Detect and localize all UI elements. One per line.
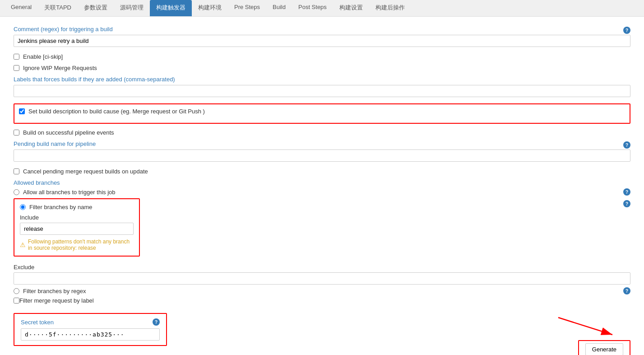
secret-token-input[interactable] <box>21 328 160 341</box>
filter-by-regex-help-icon[interactable]: ? <box>623 287 630 294</box>
labels-section: Labels that forces builds if they are ad… <box>14 76 630 97</box>
filter-by-name-row: Filter branches by name <box>20 204 134 210</box>
allow-all-help-icon[interactable]: ? <box>623 188 630 196</box>
tab-build[interactable]: Build <box>266 0 292 16</box>
filter-by-name-box: Filter branches by name Include ⚠ Follow… <box>14 198 140 257</box>
build-on-pipeline-checkbox[interactable] <box>14 130 19 135</box>
tab-source[interactable]: 源码管理 <box>114 0 150 16</box>
pending-build-section: Pending build name for pipeline ? <box>14 140 630 162</box>
generate-box: Generate <box>578 340 630 355</box>
filter-by-regex-label: Filter branches by regex <box>23 288 86 294</box>
tab-params[interactable]: 参数设置 <box>78 0 114 16</box>
enable-ciskip-row: Enable [ci-skip] <box>14 53 630 60</box>
include-label: Include <box>20 214 134 221</box>
secret-token-help-icon[interactable]: ? <box>153 318 160 326</box>
filter-by-name-label: Filter branches by name <box>29 204 92 210</box>
allow-all-row: Allow all branches to trigger this job <box>14 189 116 196</box>
ignore-wip-checkbox[interactable] <box>14 65 19 71</box>
build-on-pipeline-label: Build on successful pipeline events <box>23 129 114 136</box>
warning-message: Following patterns don't match any branc… <box>28 238 134 251</box>
filter-merge-checkbox[interactable] <box>14 298 19 304</box>
filter-by-name-radio[interactable] <box>20 204 26 210</box>
tab-general[interactable]: General <box>5 0 38 16</box>
ignore-wip-label: Ignore WIP Merge Requests <box>23 65 97 71</box>
bottom-row: Secret token ? Generate <box>14 313 630 355</box>
labels-label: Labels that forces builds if they are ad… <box>14 76 630 83</box>
build-on-pipeline-row: Build on successful pipeline events <box>14 129 630 136</box>
exclude-label: Exclude <box>14 264 630 271</box>
set-build-desc-row: Set build description to build cause (eg… <box>19 108 625 115</box>
allowed-branches-title: Allowed branches <box>14 179 60 186</box>
tab-tapd[interactable]: 关联TAPD <box>38 0 78 16</box>
filter-by-regex-row: Filter branches by regex <box>14 288 86 294</box>
tab-poststeps[interactable]: Post Steps <box>292 0 333 16</box>
allowed-branches-section: Allowed branches Allow all branches to t… <box>14 179 630 304</box>
set-build-desc-box: Set build description to build cause (eg… <box>14 103 630 124</box>
enable-ciskip-checkbox[interactable] <box>14 54 19 60</box>
generate-button[interactable]: Generate <box>585 343 623 355</box>
exclude-input[interactable] <box>14 272 630 285</box>
tab-postbuild[interactable]: 构建后操作 <box>369 0 411 16</box>
warning-row: ⚠ Following patterns don't match any bra… <box>20 238 134 251</box>
filter-by-name-help-icon[interactable]: ? <box>623 200 630 207</box>
comment-label: Comment (regex) for triggering a build <box>14 26 113 33</box>
warning-icon: ⚠ <box>20 241 26 248</box>
enable-ciskip-label: Enable [ci-skip] <box>23 53 63 60</box>
cancel-pending-checkbox[interactable] <box>14 168 19 174</box>
tab-presteps[interactable]: Pre Steps <box>228 0 266 16</box>
set-build-desc-label: Set build description to build cause (eg… <box>28 108 205 115</box>
pending-build-help-icon[interactable]: ? <box>623 141 630 149</box>
ignore-wip-row: Ignore WIP Merge Requests <box>14 65 630 71</box>
comment-section: Comment (regex) for triggering a build ? <box>14 26 630 47</box>
bottom-right-area: Generate Clear <box>578 340 630 355</box>
pending-build-label: Pending build name for pipeline <box>14 140 96 147</box>
cancel-pending-label: Cancel pending merge request builds on u… <box>23 168 148 175</box>
pending-build-input[interactable] <box>14 149 630 162</box>
comment-help-icon[interactable]: ? <box>623 27 630 34</box>
tab-buildsettings[interactable]: 构建设置 <box>333 0 369 16</box>
svg-line-1 <box>558 318 612 335</box>
filter-merge-label: Filter merge request by label <box>19 297 94 304</box>
tab-trigger[interactable]: 构建触发器 <box>150 0 192 16</box>
tab-bar: General 关联TAPD 参数设置 源码管理 构建触发器 构建环境 Pre … <box>0 0 644 17</box>
include-input[interactable] <box>20 223 134 235</box>
filter-merge-row: Filter merge request by label <box>14 297 630 304</box>
allow-all-label: Allow all branches to trigger this job <box>23 189 116 196</box>
secret-token-label: Secret token <box>21 319 54 326</box>
labels-input[interactable] <box>14 85 630 97</box>
content-area: Comment (regex) for triggering a build ?… <box>0 17 644 355</box>
cancel-pending-row: Cancel pending merge request builds on u… <box>14 168 630 175</box>
filter-by-regex-radio[interactable] <box>14 288 19 294</box>
tab-env[interactable]: 构建环境 <box>192 0 228 16</box>
set-build-desc-checkbox[interactable] <box>19 108 25 114</box>
allow-all-radio[interactable] <box>14 189 19 195</box>
arrow-indicator <box>540 313 630 340</box>
comment-input[interactable] <box>14 35 630 47</box>
secret-token-section: Secret token ? <box>14 313 167 346</box>
